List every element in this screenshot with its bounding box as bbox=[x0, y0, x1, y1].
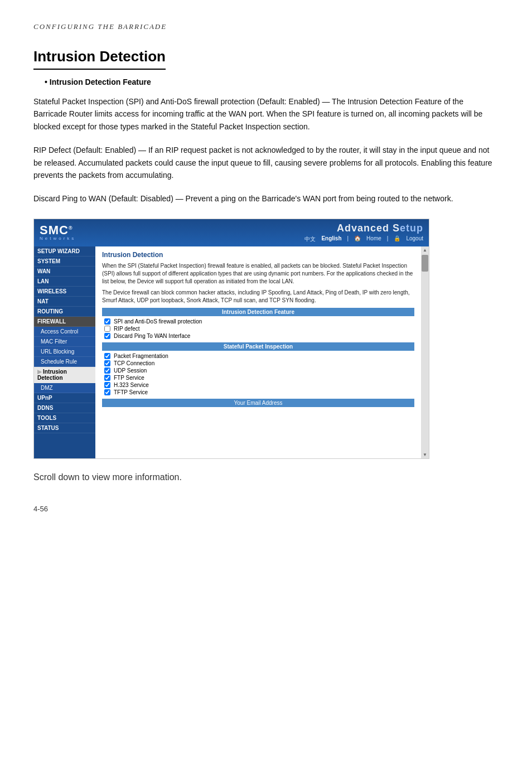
stateful-checkbox-label: UDP Session bbox=[114, 367, 147, 374]
sidebar-item-routing[interactable]: ROUTING bbox=[34, 307, 95, 317]
sidebar-label: DDNS bbox=[37, 405, 53, 411]
sidebar-item-setup-wizard[interactable]: SETUP WIZARD bbox=[34, 246, 95, 257]
feature-checkbox-input[interactable] bbox=[104, 333, 110, 339]
sidebar-item-wan[interactable]: WAN bbox=[34, 267, 95, 277]
feature-checkbox-row: SPI and Anti-DoS firewall protection bbox=[102, 318, 414, 325]
header-title: Configuring the Barricade bbox=[33, 22, 167, 31]
stateful-checkbox-row: FTP Service bbox=[102, 375, 414, 381]
sidebar-label: SYSTEM bbox=[37, 258, 60, 264]
sidebar-item-schedule-rule[interactable]: Schedule Rule bbox=[34, 357, 95, 367]
stateful-checkbox-input[interactable] bbox=[104, 360, 110, 366]
home-icon: 🏠 bbox=[354, 235, 361, 243]
sidebar-label: NAT bbox=[37, 298, 49, 304]
feature-section-header: Intrusion Detection Feature bbox=[102, 308, 414, 316]
sidebar-label: UPnP bbox=[37, 395, 52, 401]
advanced-label: Advanced Setup bbox=[337, 222, 423, 234]
sidebar-label: MAC Filter bbox=[41, 338, 67, 345]
feature-checkbox-input[interactable] bbox=[104, 326, 110, 332]
sidebar-label: WAN bbox=[37, 268, 50, 274]
nav-home[interactable]: Home bbox=[366, 235, 381, 243]
smc-right-header: Advanced Setup 中文 English | 🏠 Home | 🔒 L… bbox=[304, 222, 423, 243]
feature-checkbox-row: Discard Ping To WAN Interface bbox=[102, 333, 414, 339]
sidebar-label: FIREWALL bbox=[37, 318, 66, 325]
page-number: 4-56 bbox=[33, 505, 499, 513]
sidebar-item-upnp[interactable]: UPnP bbox=[34, 393, 95, 403]
logout-icon: 🔒 bbox=[394, 235, 400, 243]
sidebar-item-ddns[interactable]: DDNS bbox=[34, 403, 95, 413]
sidebar-item-nat[interactable]: NAT bbox=[34, 297, 95, 307]
content-area: Intrusion Detection When the SPI (Statef… bbox=[95, 246, 421, 458]
smc-nav: 中文 English | 🏠 Home | 🔒 Logout bbox=[304, 235, 423, 243]
sidebar-label: WIRELESS bbox=[37, 288, 66, 294]
stateful-checkbox-input[interactable] bbox=[104, 353, 110, 359]
sidebar-label: ROUTING bbox=[37, 308, 63, 315]
sidebar-label: URL Blocking bbox=[41, 349, 74, 355]
sidebar-arrow-icon: ▶ bbox=[37, 369, 42, 375]
scrollbar[interactable]: ▲ ▼ bbox=[421, 246, 429, 458]
smc-body: SETUP WIZARDSYSTEMWANLANWIRELESSNATROUTI… bbox=[34, 246, 429, 458]
stateful-section-header: Stateful Packet Inspection bbox=[102, 342, 414, 351]
sidebar-label: DMZ bbox=[41, 385, 53, 391]
content-desc-2: The Device firewall can block common hac… bbox=[102, 289, 414, 304]
feature-checkboxes: SPI and Anti-DoS firewall protectionRIP … bbox=[102, 318, 414, 339]
stateful-checkbox-row: TFTP Service bbox=[102, 389, 414, 395]
stateful-checkbox-row: H.323 Service bbox=[102, 382, 414, 388]
stateful-checkboxes: Packet FragmentationTCP ConnectionUDP Se… bbox=[102, 353, 414, 395]
sidebar-item-system[interactable]: SYSTEM bbox=[34, 257, 95, 267]
page-title: Intrusion Detection bbox=[33, 48, 166, 70]
stateful-checkbox-label: TFTP Service bbox=[114, 389, 148, 395]
stateful-checkbox-input[interactable] bbox=[104, 375, 110, 381]
sidebar-item-mac-filter[interactable]: MAC Filter bbox=[34, 337, 95, 347]
stateful-checkbox-label: H.323 Service bbox=[114, 382, 149, 388]
sidebar-item-status[interactable]: STATUS bbox=[34, 423, 95, 433]
stateful-checkbox-row: UDP Session bbox=[102, 367, 414, 374]
email-bar: Your Email Address bbox=[102, 399, 414, 407]
stateful-checkbox-label: Packet Fragmentation bbox=[114, 353, 168, 359]
scroll-down-arrow[interactable]: ▼ bbox=[423, 452, 427, 457]
feature-checkbox-row: RIP defect bbox=[102, 326, 414, 332]
sidebar-item-lan[interactable]: LAN bbox=[34, 277, 95, 287]
content-title: Intrusion Detection bbox=[102, 251, 414, 259]
brand-sub: Networks bbox=[40, 236, 76, 241]
brand-name: SMC® bbox=[40, 224, 76, 236]
feature-checkbox-input[interactable] bbox=[104, 318, 110, 325]
lang-zh[interactable]: 中文 bbox=[304, 235, 316, 243]
nav-separator2: | bbox=[387, 235, 389, 243]
screenshot-area: SMC® Networks Advanced Setup 中文 English … bbox=[33, 219, 429, 459]
stateful-checkbox-input[interactable] bbox=[104, 389, 110, 395]
paragraph-3: Discard Ping to WAN (Default: Disabled) … bbox=[33, 192, 499, 205]
sidebar-item-dmz[interactable]: DMZ bbox=[34, 383, 95, 393]
sidebar-item-firewall[interactable]: FIREWALL bbox=[34, 317, 95, 327]
stateful-checkbox-row: TCP Connection bbox=[102, 360, 414, 366]
sidebar-label: Access Control bbox=[41, 328, 78, 335]
lang-en[interactable]: English bbox=[321, 235, 341, 243]
stateful-checkbox-row: Packet Fragmentation bbox=[102, 353, 414, 359]
smc-header: SMC® Networks Advanced Setup 中文 English … bbox=[34, 219, 429, 246]
feature-checkbox-label: RIP defect bbox=[114, 326, 140, 332]
sidebar-item-tools[interactable]: TOOLS bbox=[34, 413, 95, 423]
sidebar-label: TOOLS bbox=[37, 415, 56, 421]
sidebar: SETUP WIZARDSYSTEMWANLANWIRELESSNATROUTI… bbox=[34, 246, 95, 458]
scroll-up-arrow[interactable]: ▲ bbox=[423, 248, 427, 253]
sidebar-item-access-control[interactable]: Access Control bbox=[34, 327, 95, 337]
scroll-note: Scroll down to view more information. bbox=[33, 472, 499, 482]
stateful-checkbox-label: FTP Service bbox=[114, 375, 144, 381]
stateful-checkbox-input[interactable] bbox=[104, 367, 110, 374]
sidebar-label: LAN bbox=[37, 278, 49, 284]
sidebar-label: Schedule Rule bbox=[41, 359, 77, 365]
paragraph-1: Stateful Packet Inspection (SPI) and Ant… bbox=[33, 95, 499, 133]
nav-separator: | bbox=[347, 235, 349, 243]
feature-checkbox-label: SPI and Anti-DoS firewall protection bbox=[114, 318, 202, 325]
sidebar-item-intrusion-detection[interactable]: ▶ Intrusion Detection bbox=[34, 367, 95, 383]
sidebar-item-url-blocking[interactable]: URL Blocking bbox=[34, 347, 95, 357]
paragraph-2: RIP Defect (Default: Enabled) — If an RI… bbox=[33, 144, 499, 181]
scroll-thumb[interactable] bbox=[422, 255, 428, 272]
stateful-checkbox-label: TCP Connection bbox=[114, 360, 154, 366]
smc-logo: SMC® Networks bbox=[40, 224, 76, 241]
content-desc-1: When the SPI (Stateful Packet Inspection… bbox=[102, 262, 414, 286]
bullet-heading: Intrusion Detection Feature bbox=[45, 78, 499, 86]
page-header: Configuring the Barricade bbox=[33, 22, 499, 31]
nav-logout[interactable]: Logout bbox=[406, 235, 423, 243]
sidebar-item-wireless[interactable]: WIRELESS bbox=[34, 287, 95, 297]
stateful-checkbox-input[interactable] bbox=[104, 382, 110, 388]
